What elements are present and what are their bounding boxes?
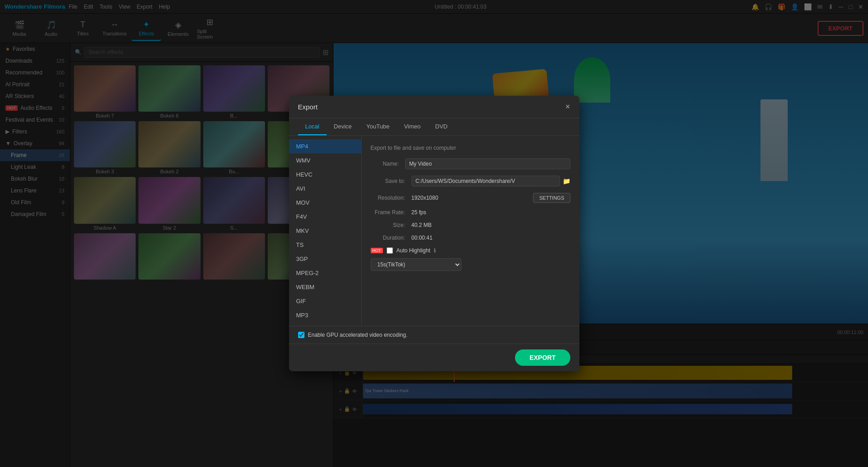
duration-select-row: 15s(TikTok) 30s 60s Custom [371, 258, 570, 271]
size-row: Size: 40.2 MB [371, 222, 570, 228]
auto-highlight-row: HOT Auto Highlight ℹ [371, 247, 570, 254]
format-webm[interactable]: WEBM [289, 280, 361, 294]
export-action-button[interactable]: EXPORT [515, 349, 570, 366]
gpu-label: Enable GPU accelerated video encoding. [308, 332, 407, 338]
modal-overlay: Export × Local Device YouTube Vimeo DVD … [0, 0, 868, 467]
name-row: Name: [371, 158, 570, 169]
format-wmv[interactable]: WMV [289, 153, 361, 167]
dialog-close-button[interactable]: × [565, 102, 570, 112]
size-value: 40.2 MB [412, 222, 570, 228]
dialog-footer: EXPORT [289, 344, 579, 371]
tab-youtube[interactable]: YouTube [359, 118, 397, 135]
save-to-label: Save to: [371, 178, 412, 184]
resolution-row: Resolution: 1920x1080 SETTINGS [371, 193, 570, 203]
format-mpeg2[interactable]: MPEG-2 [289, 266, 361, 280]
dialog-header: Export × [289, 96, 579, 118]
resolution-label: Resolution: [371, 195, 412, 201]
name-label: Name: [371, 161, 405, 167]
tab-local[interactable]: Local [298, 118, 327, 135]
format-mov[interactable]: MOV [289, 196, 361, 210]
dialog-tabs: Local Device YouTube Vimeo DVD [289, 118, 579, 136]
format-f4v[interactable]: F4V [289, 210, 361, 224]
tab-dvd[interactable]: DVD [428, 118, 455, 135]
format-mp4[interactable]: MP4 [289, 139, 361, 153]
save-to-value-row: 📁 [412, 176, 570, 187]
resolution-value: 1920x1080 [412, 195, 529, 201]
duration-row: Duration: 00:00:41 [371, 235, 570, 241]
format-mkv[interactable]: MKV [289, 224, 361, 238]
settings-button[interactable]: SETTINGS [533, 193, 570, 203]
frame-rate-label: Frame Rate: [371, 209, 412, 216]
save-to-row: Save to: 📁 [371, 176, 570, 187]
auto-highlight-label: Auto Highlight [397, 247, 431, 254]
dialog-title: Export [298, 103, 318, 111]
format-mp3[interactable]: MP3 [289, 308, 361, 322]
browse-folder-button[interactable]: 📁 [563, 177, 570, 185]
format-avi[interactable]: AVI [289, 182, 361, 196]
auto-highlight-hot-badge: HOT [371, 248, 383, 253]
frame-rate-row: Frame Rate: 25 fps [371, 209, 570, 216]
save-to-input[interactable] [412, 176, 560, 187]
gpu-row: Enable GPU accelerated video encoding. [289, 326, 579, 344]
tab-vimeo[interactable]: Vimeo [397, 118, 428, 135]
format-ts[interactable]: TS [289, 238, 361, 252]
size-label: Size: [371, 222, 412, 228]
format-gif[interactable]: GIF [289, 294, 361, 308]
dialog-settings: Export to file and save on computer Name… [362, 136, 579, 326]
frame-rate-value: 25 fps [412, 209, 570, 216]
format-hevc[interactable]: HEVC [289, 167, 361, 182]
auto-highlight-info-icon[interactable]: ℹ [434, 247, 436, 254]
duration-label: Duration: [371, 235, 412, 241]
format-3gp[interactable]: 3GP [289, 252, 361, 266]
gpu-checkbox[interactable] [298, 332, 304, 338]
tab-device[interactable]: Device [327, 118, 359, 135]
auto-highlight-checkbox[interactable] [387, 247, 393, 254]
duration-value: 00:00:41 [412, 235, 570, 241]
export-dialog: Export × Local Device YouTube Vimeo DVD … [289, 96, 579, 371]
format-list: MP4 WMV HEVC AVI MOV F4V MKV TS 3GP MPEG… [289, 136, 362, 326]
export-subtitle: Export to file and save on computer [371, 145, 570, 151]
dialog-body: MP4 WMV HEVC AVI MOV F4V MKV TS 3GP MPEG… [289, 136, 579, 326]
duration-select[interactable]: 15s(TikTok) 30s 60s Custom [371, 258, 461, 271]
name-input[interactable] [405, 158, 570, 169]
